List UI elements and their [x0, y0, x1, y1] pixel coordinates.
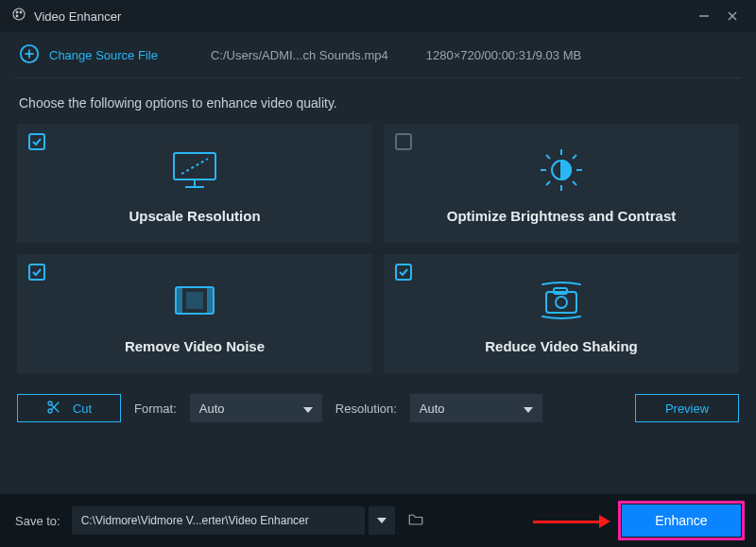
preview-label: Preview	[665, 402, 709, 416]
bottom-bar: Save to: C:\Vidmore\Vidmore V...erter\Vi…	[0, 494, 756, 547]
film-noise-icon	[168, 274, 221, 327]
format-label: Format:	[134, 402, 177, 416]
instruction-text: Choose the following options to enhance …	[0, 78, 756, 124]
options-grid: Upscale Resolution Optimize Brightness a…	[0, 124, 756, 373]
svg-marker-34	[303, 407, 313, 413]
option-remove-noise[interactable]: Remove Video Noise	[17, 254, 372, 373]
option-label: Reduce Video Shaking	[485, 338, 637, 354]
svg-rect-25	[208, 289, 212, 312]
folder-icon	[407, 511, 424, 530]
enhance-label: Enhance	[655, 513, 707, 528]
caret-down-icon	[303, 402, 313, 416]
svg-point-1	[16, 11, 18, 13]
plus-circle-icon	[19, 43, 40, 67]
controls-row: Cut Format: Auto Resolution: Auto Previe…	[0, 373, 756, 432]
svg-rect-10	[174, 153, 215, 179]
svg-point-2	[20, 11, 22, 13]
svg-rect-24	[178, 289, 181, 312]
resolution-select[interactable]: Auto	[410, 394, 542, 422]
format-select[interactable]: Auto	[190, 394, 322, 422]
checkbox-brightness[interactable]	[395, 133, 412, 150]
svg-marker-35	[524, 407, 533, 413]
svg-line-20	[573, 181, 576, 185]
option-label: Optimize Brightness and Contrast	[447, 208, 677, 224]
option-label: Remove Video Noise	[125, 338, 265, 354]
svg-line-13	[181, 159, 208, 174]
option-upscale-resolution[interactable]: Upscale Resolution	[17, 124, 372, 243]
svg-point-31	[48, 409, 52, 413]
option-reduce-shaking[interactable]: Reduce Video Shaking	[384, 254, 739, 373]
svg-line-19	[546, 155, 550, 159]
monitor-upscale-icon	[168, 144, 221, 197]
arrow-annotation	[533, 515, 610, 528]
enhance-button[interactable]: Enhance	[622, 504, 741, 537]
source-row: Change Source File C:/Users/ADMI...ch So…	[0, 32, 756, 77]
save-to-label: Save to:	[15, 514, 60, 528]
option-label: Upscale Resolution	[129, 208, 260, 224]
scissors-icon	[46, 400, 61, 418]
svg-point-28	[556, 297, 567, 308]
checkbox-noise[interactable]	[28, 264, 45, 281]
checkbox-upscale[interactable]	[28, 133, 45, 150]
cut-label: Cut	[73, 402, 92, 416]
checkbox-shaking[interactable]	[395, 264, 412, 281]
svg-point-3	[16, 15, 18, 17]
preview-button[interactable]: Preview	[635, 394, 739, 422]
source-file-meta: 1280×720/00:00:31/9.03 MB	[426, 48, 581, 62]
titlebar: Video Enhancer	[0, 0, 756, 32]
save-path-field[interactable]: C:\Vidmore\Vidmore V...erter\Video Enhan…	[72, 506, 365, 535]
svg-line-22	[546, 181, 550, 185]
browse-folder-button[interactable]	[403, 506, 429, 535]
save-path-value: C:\Vidmore\Vidmore V...erter\Video Enhan…	[81, 514, 309, 527]
svg-point-0	[13, 9, 25, 20]
source-file-path: C:/Users/ADMI...ch Sounds.mp4	[211, 48, 388, 62]
video-enhancer-window: Video Enhancer Change Source File C:/Use…	[0, 0, 756, 547]
close-button[interactable]	[718, 2, 747, 30]
resolution-value: Auto	[420, 402, 445, 416]
window-title: Video Enhancer	[34, 9, 690, 24]
caret-down-icon	[524, 402, 533, 416]
save-path-dropdown[interactable]	[369, 506, 395, 535]
option-brightness-contrast[interactable]: Optimize Brightness and Contrast	[384, 124, 739, 243]
change-source-button[interactable]: Change Source File	[19, 43, 158, 67]
change-source-label: Change Source File	[49, 48, 158, 62]
svg-line-21	[573, 155, 576, 159]
format-value: Auto	[199, 402, 225, 416]
resolution-label: Resolution:	[335, 402, 397, 416]
brightness-icon	[537, 144, 586, 197]
cut-button[interactable]: Cut	[17, 394, 121, 422]
svg-rect-26	[187, 293, 202, 308]
camera-shake-icon	[535, 274, 588, 327]
minimize-button[interactable]	[690, 2, 718, 30]
svg-point-30	[48, 402, 52, 405]
palette-icon	[11, 7, 26, 26]
svg-rect-27	[546, 292, 576, 313]
svg-marker-36	[377, 518, 387, 523]
